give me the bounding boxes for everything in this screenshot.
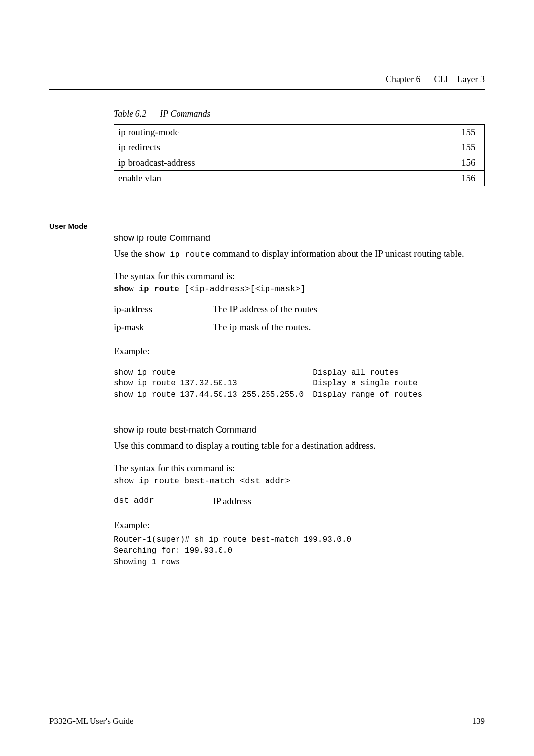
chapter-title: CLI – Layer 3 (434, 74, 485, 84)
table-row: ip broadcast-address 156 (114, 155, 485, 171)
param-table: ip-address The IP address of the routes … (114, 304, 485, 332)
syntax-line: show ip route best-match <dst addr> (114, 476, 485, 486)
param-desc: IP address (213, 496, 251, 507)
param-name: ip-address (114, 304, 213, 315)
table-caption-prefix: Table 6.2 (114, 109, 146, 119)
footer-page-number: 139 (472, 716, 485, 726)
page-cell: 156 (457, 171, 485, 186)
page-cell: 155 (457, 140, 485, 155)
command-cell: ip routing-mode (114, 125, 457, 140)
syntax-intro: The syntax for this command is: (114, 270, 485, 283)
table-caption-title: IP Commands (160, 109, 210, 119)
param-row: dst addr IP address (114, 496, 485, 507)
table-row: ip routing-mode 155 (114, 125, 485, 140)
example-label: Example: (114, 345, 485, 358)
table-row: enable vlan 156 (114, 171, 485, 186)
command-heading: show ip route Command (114, 233, 485, 243)
example-block: Router-1(super)# sh ip route best-match … (114, 534, 485, 567)
table-caption: Table 6.2 IP Commands (114, 109, 485, 119)
syntax-line: show ip route [<ip-address>[<ip-mask>] (114, 284, 485, 294)
header-rule (49, 89, 485, 90)
command-heading: show ip route best-match Command (114, 425, 485, 435)
table-row: ip redirects 155 (114, 140, 485, 155)
command-cell: enable vlan (114, 171, 457, 186)
param-table: dst addr IP address (114, 496, 485, 507)
page-cell: 156 (457, 155, 485, 171)
chapter-number: Chapter 6 (386, 74, 420, 84)
param-row: ip-mask The ip mask of the routes. (114, 322, 485, 332)
commands-table: ip routing-mode 155 ip redirects 155 ip … (114, 124, 485, 186)
param-row: ip-address The IP address of the routes (114, 304, 485, 315)
command-cell: ip redirects (114, 140, 457, 155)
footer-left: P332G-ML User's Guide (49, 716, 134, 726)
chapter-header: Chapter 6 CLI – Layer 3 (386, 74, 485, 85)
example-block: show ip route Display all routes show ip… (114, 367, 485, 400)
param-desc: The ip mask of the routes. (213, 322, 311, 332)
page-cell: 155 (457, 125, 485, 140)
section-label: User Mode (49, 222, 88, 230)
param-name: ip-mask (114, 322, 213, 332)
command-cell: ip broadcast-address (114, 155, 457, 171)
command-description: Use this command to display a routing ta… (114, 439, 485, 453)
command-description: Use the show ip route command to display… (114, 247, 485, 261)
param-name: dst addr (114, 496, 213, 507)
param-desc: The IP address of the routes (213, 304, 317, 315)
page-footer: P332G-ML User's Guide 139 (49, 712, 485, 726)
example-label: Example: (114, 519, 485, 532)
syntax-intro: The syntax for this command is: (114, 462, 485, 475)
